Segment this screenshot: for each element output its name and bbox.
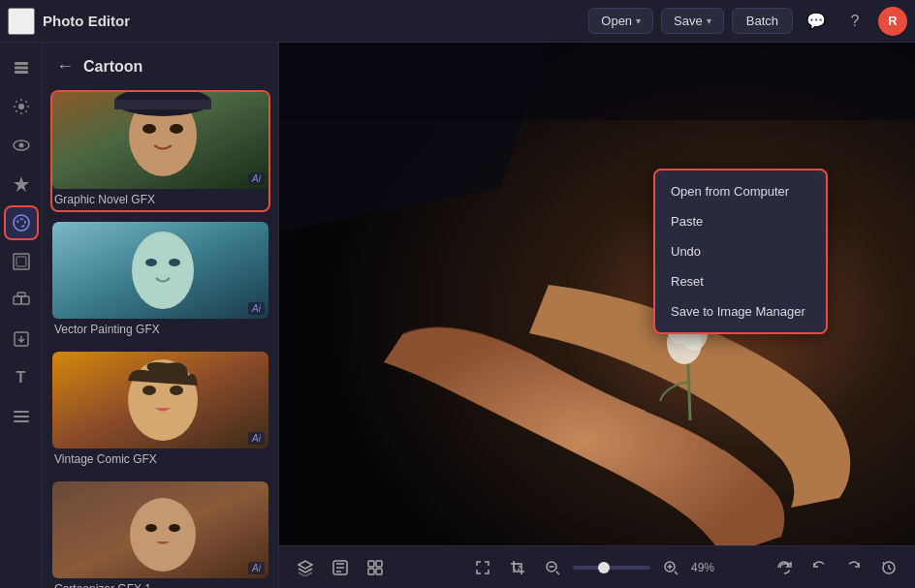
back-button[interactable]: ← [54,54,76,78]
history-toolbar-btn[interactable] [874,553,903,582]
sidebar-text-btn[interactable]: T [4,360,39,395]
svg-rect-12 [17,293,25,296]
svg-marker-6 [14,176,29,192]
edit-toolbar-btn[interactable] [326,553,355,582]
svg-point-25 [145,259,157,266]
menu-button[interactable] [8,8,35,35]
zoom-slider[interactable] [573,566,650,570]
icon-bar: T [0,43,43,588]
side-panel: ← Cartoon [43,43,279,588]
svg-rect-8 [14,254,29,269]
ai-badge-vintage-comic: Ai [248,432,265,445]
bottom-toolbar: 49% [279,545,915,588]
app-title: Photo Editor [43,13,130,29]
undo-toolbar-btn[interactable] [805,553,834,582]
svg-rect-15 [14,416,29,418]
svg-point-19 [142,124,156,134]
redo-toolbar-btn[interactable] [839,553,868,582]
grid-toolbar-btn[interactable] [361,553,390,582]
sidebar-magic-btn[interactable] [4,167,39,201]
svg-point-32 [130,498,196,572]
svg-rect-53 [514,564,520,570]
panel-header: ← Cartoon [43,43,278,86]
help-icon-button[interactable]: ? [839,6,870,37]
ai-badge-cartoonizer-1: Ai [248,562,265,574]
filter-thumb-vintage-comic: Ai [52,352,268,449]
svg-rect-9 [16,257,26,266]
rotate-toolbar-btn[interactable] [770,553,799,582]
panel-title: Cartoon [83,58,142,76]
filter-item-vintage-comic[interactable]: Ai Vintage Comic GFX [50,350,270,472]
svg-rect-22 [114,100,211,109]
svg-point-7 [14,215,29,231]
svg-point-3 [18,104,24,109]
ai-badge-vector-painting: Ai [248,302,265,315]
save-button[interactable]: Save ▾ [661,8,724,34]
sidebar-more-btn[interactable] [4,399,39,434]
zoom-thumb [598,562,610,573]
sidebar-export-btn[interactable] [4,322,39,356]
filter-list: Ai Graphic Novel GFX [43,86,278,588]
svg-point-5 [18,143,23,148]
svg-rect-10 [14,296,21,304]
crop-toolbar-btn[interactable] [503,553,532,582]
filter-thumb-cartoonizer-1: Ai [52,481,268,578]
zoom-out-btn[interactable] [538,553,567,582]
filter-item-graphic-novel[interactable]: Ai Graphic Novel GFX [50,90,270,212]
main-layout: T ← Cartoon [0,43,915,588]
context-menu: Open from Computer Paste Undo Reset Save… [653,169,828,334]
sidebar-adjust-btn[interactable] [4,89,39,124]
sidebar-preview-btn[interactable] [4,128,39,163]
filter-label-graphic-novel: Graphic Novel GFX [52,189,268,210]
filter-thumb-vector-painting: Ai [52,222,268,319]
svg-rect-2 [15,71,28,74]
svg-rect-51 [368,569,374,574]
filter-label-cartoonizer-1: Cartoonizer GFX 1 [52,578,268,588]
canvas-area: Open from Computer Paste Undo Reset Save… [279,43,915,588]
bottom-center-tools: 49% [468,553,726,582]
batch-button[interactable]: Batch [732,8,793,34]
filter-item-cartoonizer-1[interactable]: Ai Cartoonizer GFX 1 [50,480,270,588]
svg-point-33 [145,524,157,532]
svg-point-29 [142,386,156,395]
sidebar-frames-btn[interactable] [4,244,39,279]
filter-label-vector-painting: Vector Painting GFX [52,319,268,340]
bottom-left-tools [291,553,390,582]
filter-label-vintage-comic: Vintage Comic GFX [52,449,268,470]
svg-rect-50 [376,561,382,567]
svg-point-30 [170,386,183,395]
svg-rect-11 [21,296,29,304]
context-menu-save-manager[interactable]: Save to Image Manager [655,296,826,326]
filter-item-vector-painting[interactable]: Ai Vector Painting GFX [50,220,270,342]
ai-badge-graphic-novel: Ai [248,172,265,185]
open-button[interactable]: Open ▾ [588,8,653,34]
context-menu-reset[interactable]: Reset [655,266,826,296]
save-chevron: ▾ [707,15,711,26]
filter-thumb-graphic-novel: Ai [52,92,268,189]
svg-point-24 [132,232,194,309]
svg-rect-52 [376,569,382,574]
context-menu-open-computer[interactable]: Open from Computer [655,176,826,206]
sidebar-objects-btn[interactable] [4,283,39,318]
avatar[interactable]: R [878,7,907,36]
app-header: Photo Editor Open ▾ Save ▾ Batch 💬 ? R [0,0,915,43]
svg-rect-47 [279,43,915,120]
sidebar-layers-btn[interactable] [4,50,39,85]
context-menu-undo[interactable]: Undo [655,236,826,266]
svg-rect-49 [368,561,374,567]
svg-point-34 [169,524,180,532]
svg-rect-1 [15,67,28,70]
zoom-level: 49% [691,561,726,574]
sidebar-effects-btn[interactable] [4,205,39,240]
zoom-in-btn[interactable] [656,553,685,582]
bottom-right-tools [770,553,903,582]
svg-point-20 [170,124,183,134]
open-chevron: ▾ [636,15,641,26]
expand-toolbar-btn[interactable] [468,553,497,582]
context-menu-paste[interactable]: Paste [655,206,826,236]
svg-rect-14 [14,411,29,413]
chat-icon-button[interactable]: 💬 [801,6,832,37]
svg-rect-0 [15,62,28,65]
svg-point-26 [169,259,180,266]
layers-toolbar-btn[interactable] [291,553,320,582]
